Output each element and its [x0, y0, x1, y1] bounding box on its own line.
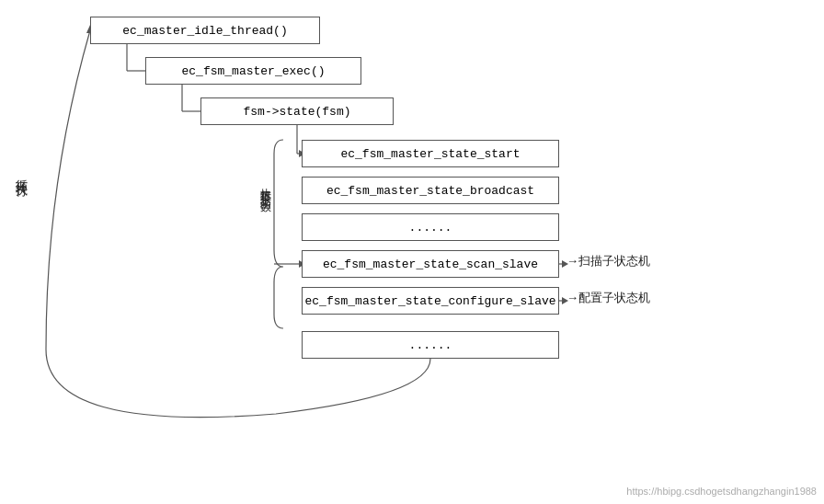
box-ellipsis-2-label: ......: [409, 338, 452, 352]
label-scan-fsm: →扫描子状态机: [566, 253, 650, 269]
box-fsm-state: fsm->state(fsm): [200, 97, 394, 125]
box-state-scan-slave: ec_fsm_master_state_scan_slave: [302, 250, 559, 278]
label-cycle-exec: 循环执行: [13, 170, 29, 244]
box-ellipsis-2: ......: [302, 331, 559, 359]
label-configure-fsm: →配置子状态机: [566, 290, 650, 306]
label-exec-one-func: 执行其中一个函数: [258, 179, 273, 308]
box-fsm-master-exec: ec_fsm_master_exec(): [145, 57, 361, 85]
box-state-configure-slave: ec_fsm_master_state_configure_slave: [302, 287, 559, 315]
box-ellipsis-1: ......: [302, 213, 559, 241]
box-idle-thread-label: ec_master_idle_thread(): [122, 24, 287, 38]
box-fsm-master-exec-label: ec_fsm_master_exec(): [181, 64, 325, 78]
box-state-start: ec_fsm_master_state_start: [302, 140, 559, 167]
box-state-broadcast: ec_fsm_master_state_broadcast: [302, 177, 559, 204]
box-ellipsis-1-label: ......: [409, 221, 452, 235]
watermark: https://hbipg.csdhogetsdhangzhangin1988: [626, 486, 817, 497]
diagram-container: ec_master_idle_thread() ec_fsm_master_ex…: [0, 0, 824, 504]
box-idle-thread: ec_master_idle_thread(): [90, 17, 320, 44]
box-state-start-label: ec_fsm_master_state_start: [340, 147, 520, 161]
box-fsm-state-label: fsm->state(fsm): [243, 105, 350, 119]
box-state-scan-slave-label: ec_fsm_master_state_scan_slave: [323, 258, 538, 271]
box-state-broadcast-label: ec_fsm_master_state_broadcast: [326, 184, 534, 198]
box-state-configure-slave-label: ec_fsm_master_state_configure_slave: [304, 294, 555, 308]
